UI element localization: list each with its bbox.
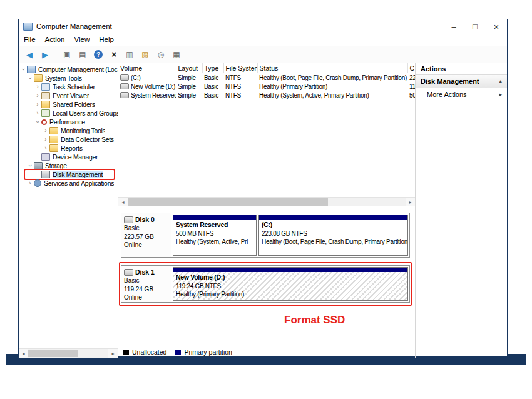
scroll-left-icon[interactable] [118, 198, 128, 206]
maximize-button[interactable]: □ [464, 19, 486, 33]
col-file-system[interactable]: File System [223, 63, 257, 73]
help-button[interactable]: ? [92, 48, 105, 61]
tree-item-system-tools[interactable]: System Tools [19, 74, 118, 83]
volume-row-system-reserved[interactable]: System Reserved Simple Basic NTFS Health… [118, 91, 415, 99]
volume-row-c[interactable]: (C:) Simple Basic NTFS Healthy (Boot, Pa… [118, 73, 415, 83]
primary-partition-strip [259, 215, 407, 220]
volume-row-new-volume-d[interactable]: New Volume (D:) Simple Basic NTFS Health… [118, 82, 415, 91]
scrollbar-track[interactable] [28, 349, 108, 358]
scrollbar-thumb[interactable] [28, 350, 78, 357]
scroll-left-icon[interactable] [19, 349, 28, 358]
col-volume[interactable]: Volume [118, 63, 176, 73]
actions-disk-management-header[interactable]: Disk Management [416, 75, 507, 88]
scrollbar-track[interactable] [128, 198, 406, 206]
menu-help[interactable]: Help [99, 36, 114, 43]
disk-1-info[interactable]: Disk 1 Basic 119.24 GB Online [121, 266, 171, 302]
chevron-right-icon[interactable] [34, 101, 41, 108]
tree-item-shared-folders[interactable]: Shared Folders [19, 100, 118, 109]
col-layout[interactable]: Layout [176, 63, 202, 73]
disk-1-name: Disk 1 [135, 268, 155, 276]
col-type[interactable]: Type [202, 63, 223, 73]
explore-button[interactable]: ◎ [155, 48, 167, 61]
shared-folders-icon [41, 101, 50, 108]
main-area: Computer Management (Local System Tools … [19, 63, 507, 358]
chevron-right-icon[interactable] [43, 145, 49, 151]
console-tree: Computer Management (Local System Tools … [19, 63, 118, 348]
volume-box-new-volume-d[interactable]: New Volume (D:) 119.24 GB NTFS Healthy (… [173, 267, 408, 301]
disk-graphic-area: Disk 0 Basic 223.57 GB Online System Res… [118, 206, 415, 346]
scroll-right-icon[interactable] [406, 198, 415, 206]
chevron-right-icon[interactable] [43, 128, 49, 134]
volume-title: System Reserved [176, 221, 253, 230]
tree-horizontal-scrollbar[interactable] [19, 348, 118, 358]
col-capacity[interactable]: C [407, 63, 415, 73]
tree-item-computer-management[interactable]: Computer Management (Local [19, 65, 118, 74]
volume-box-c[interactable]: (C:) 223.08 GB NTFS Healthy (Boot, Page … [258, 215, 408, 256]
tree-item-storage[interactable]: Storage [19, 161, 118, 170]
drive-icon [120, 74, 129, 81]
tree-item-task-scheduler[interactable]: Task Scheduler [19, 83, 118, 91]
scrollbar-thumb[interactable] [128, 198, 328, 206]
disk-1-size: 119.24 GB [124, 285, 168, 294]
disk-icon [124, 216, 133, 223]
menu-bar: File Action View Help [19, 33, 507, 46]
primary-partition-strip [173, 268, 407, 272]
menu-file[interactable]: File [24, 36, 36, 43]
volume-status: Healthy (Primary Partition) [176, 290, 405, 298]
delete-volume-button[interactable]: × [108, 48, 120, 61]
volume-table: Volume Layout Type File System Status C … [118, 63, 415, 99]
performance-icon [41, 119, 47, 125]
primary-partition-label: Primary partition [184, 348, 232, 356]
menu-action[interactable]: Action [45, 36, 65, 43]
minimize-button[interactable]: – [443, 19, 464, 33]
tree-item-device-manager[interactable]: Device Manager [19, 153, 118, 161]
chevron-right-icon[interactable] [27, 180, 33, 186]
collapse-icon[interactable] [499, 78, 502, 84]
chevron-down-icon[interactable] [27, 75, 33, 81]
views-button[interactable]: ▦ [170, 48, 183, 61]
actions-title: Actions [416, 63, 507, 75]
disk-1-row: Disk 1 Basic 119.24 GB Online New Volume… [121, 265, 410, 303]
disk-0-info[interactable]: Disk 0 Basic 223.57 GB Online [121, 213, 171, 257]
monitoring-tools-icon [49, 127, 58, 134]
volume-list: Volume Layout Type File System Status C … [118, 63, 415, 197]
chevron-right-icon[interactable] [43, 136, 49, 143]
chevron-right-icon[interactable] [34, 84, 41, 90]
chevron-right-icon[interactable] [34, 93, 41, 99]
chevron-down-icon[interactable] [34, 119, 41, 125]
volume-box-system-reserved[interactable]: System Reserved 500 MB NTFS Healthy (Sys… [173, 215, 257, 256]
show-console-tree-button[interactable]: ▣ [61, 48, 73, 61]
toolbar: ◀ ▶ ▣ ▤ ? × ▥ ▨ ◎ ▦ [19, 46, 507, 63]
back-button[interactable]: ◀ [23, 48, 36, 61]
data-collector-sets-icon [49, 136, 58, 143]
tree-item-services-and-applications[interactable]: Services and Applications [19, 179, 118, 188]
chevron-right-icon [499, 91, 502, 98]
close-button[interactable]: × [486, 19, 507, 33]
tree-item-performance[interactable]: Performance [19, 118, 118, 126]
volume-list-scrollbar[interactable] [118, 197, 415, 206]
chevron-right-icon[interactable] [34, 110, 41, 116]
properties-button[interactable]: ▥ [123, 48, 136, 61]
chevron-down-icon[interactable] [20, 66, 26, 73]
scroll-right-icon[interactable] [108, 349, 118, 358]
drive-icon [120, 92, 129, 98]
event-viewer-icon [41, 92, 50, 99]
tree-item-data-collector-sets[interactable]: Data Collector Sets [19, 135, 118, 144]
more-actions-item[interactable]: More Actions [416, 88, 507, 101]
col-status[interactable]: Status [257, 63, 407, 73]
tree-item-local-users-and-groups[interactable]: Local Users and Groups [19, 109, 118, 118]
tree-item-disk-management[interactable]: Disk Management [19, 170, 118, 179]
tree-item-monitoring-tools[interactable]: Monitoring Tools [19, 126, 118, 135]
primary-partition-strip [173, 215, 256, 220]
export-list-button[interactable]: ▤ [76, 48, 89, 61]
annotation-format-ssd: Format SSD [284, 314, 345, 326]
volume-table-header: Volume Layout Type File System Status C [118, 63, 415, 73]
open-button[interactable]: ▨ [139, 48, 151, 61]
forward-button[interactable]: ▶ [39, 48, 51, 61]
tree-item-reports[interactable]: Reports [19, 144, 118, 153]
disk-1-volumes: New Volume (D:) 119.24 GB NTFS Healthy (… [171, 266, 409, 302]
menu-view[interactable]: View [74, 36, 90, 43]
tree-item-event-viewer[interactable]: Event Viewer [19, 91, 118, 100]
chevron-down-icon[interactable] [27, 163, 33, 169]
device-manager-icon [41, 153, 50, 161]
